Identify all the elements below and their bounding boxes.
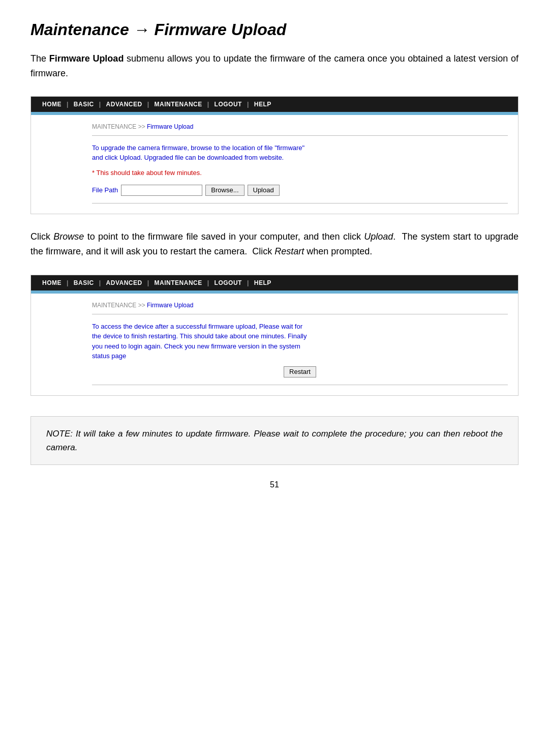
nav-sep-1: | bbox=[66, 101, 70, 108]
panel-1: HOME | BASIC | ADVANCED | MAINTENANCE | … bbox=[30, 96, 518, 214]
nav-item-basic[interactable]: BASIC bbox=[70, 101, 98, 108]
nav2-sep-2: | bbox=[98, 279, 102, 286]
nav-item-maintenance[interactable]: MAINTENANCE bbox=[150, 101, 206, 108]
panel-divider-2 bbox=[92, 314, 508, 314]
restart-word: Restart bbox=[274, 246, 304, 256]
nav2-sep-3: | bbox=[146, 279, 150, 286]
nav-sep-4: | bbox=[206, 101, 210, 108]
panel-1-info-line2: and click Upload. Upgraded file can be d… bbox=[92, 154, 284, 161]
intro-bold: Firmware Upload bbox=[49, 53, 124, 64]
nav2-sep-1: | bbox=[66, 279, 70, 286]
page-number: 51 bbox=[30, 480, 518, 489]
panel-divider-2b bbox=[92, 385, 508, 385]
breadcrumb-current-2: Firmware Upload bbox=[147, 302, 193, 309]
page-title: Maintenance → Firmware Upload bbox=[30, 20, 518, 39]
panel-2-info: To access the device after a successful … bbox=[92, 322, 508, 361]
nav2-item-basic[interactable]: BASIC bbox=[70, 279, 98, 286]
panel-1-content: MAINTENANCE >> Firmware Upload To upgrad… bbox=[31, 115, 518, 214]
intro-paragraph: The Firmware Upload submenu allows you t… bbox=[30, 51, 518, 81]
nav-sep-5: | bbox=[246, 101, 250, 108]
breadcrumb-parent-2: MAINTENANCE bbox=[92, 302, 136, 309]
nav2-sep-5: | bbox=[246, 279, 250, 286]
panel-1-note: * This should take about few minutes. bbox=[92, 169, 508, 177]
panel-divider-1b bbox=[92, 203, 508, 203]
nav-item-home[interactable]: HOME bbox=[38, 101, 66, 108]
nav2-item-home[interactable]: HOME bbox=[38, 279, 66, 286]
upload-button[interactable]: Upload bbox=[248, 185, 280, 196]
upload-word: Upload bbox=[364, 231, 393, 242]
nav-item-help[interactable]: HELP bbox=[250, 101, 276, 108]
nav-sep-2: | bbox=[98, 101, 102, 108]
panel-2-info-line3: you need to login again. Check you new f… bbox=[92, 342, 300, 350]
body-paragraph: Click Browse to point to the firmware fi… bbox=[30, 229, 518, 259]
panel-2-content: MAINTENANCE >> Firmware Upload To access… bbox=[31, 294, 518, 395]
panel-divider-1 bbox=[92, 135, 508, 136]
file-path-row: File Path Browse... Upload bbox=[92, 185, 508, 196]
panel-2-info-line1: To access the device after a successful … bbox=[92, 323, 302, 330]
panel-2-info-line2: the device to finish restarting. This sh… bbox=[92, 332, 307, 340]
breadcrumb-sep-1: >> bbox=[136, 123, 147, 130]
nav-bar-1: HOME | BASIC | ADVANCED | MAINTENANCE | … bbox=[31, 97, 518, 112]
breadcrumb-2: MAINTENANCE >> Firmware Upload bbox=[92, 302, 508, 309]
panel-2: HOME | BASIC | ADVANCED | MAINTENANCE | … bbox=[30, 275, 518, 396]
breadcrumb-parent-1: MAINTENANCE bbox=[92, 123, 136, 130]
file-path-input[interactable] bbox=[121, 185, 202, 196]
restart-btn-row: Restart bbox=[92, 366, 508, 377]
breadcrumb-current-1: Firmware Upload bbox=[147, 123, 193, 130]
breadcrumb-sep-2: >> bbox=[136, 302, 147, 309]
nav2-item-maintenance[interactable]: MAINTENANCE bbox=[150, 279, 206, 286]
nav2-item-help[interactable]: HELP bbox=[250, 279, 276, 286]
status-page-link[interactable]: status page bbox=[92, 352, 126, 360]
restart-button[interactable]: Restart bbox=[284, 366, 316, 377]
browse-button[interactable]: Browse... bbox=[205, 185, 244, 196]
nav-bar-2: HOME | BASIC | ADVANCED | MAINTENANCE | … bbox=[31, 275, 518, 290]
file-path-label: File Path bbox=[92, 186, 118, 194]
panel-1-info-line1: To upgrade the camera firmware, browse t… bbox=[92, 144, 304, 152]
nav-item-advanced[interactable]: ADVANCED bbox=[102, 101, 146, 108]
panel-1-info: To upgrade the camera firmware, browse t… bbox=[92, 143, 508, 163]
browse-word: Browse bbox=[53, 231, 84, 242]
nav2-sep-4: | bbox=[206, 279, 210, 286]
note-text: NOTE: It will take a few minutes to upda… bbox=[46, 427, 503, 454]
nav2-item-logout[interactable]: LOGOUT bbox=[210, 279, 246, 286]
nav-sep-3: | bbox=[146, 101, 150, 108]
breadcrumb-1: MAINTENANCE >> Firmware Upload bbox=[92, 123, 508, 130]
note-box: NOTE: It will take a few minutes to upda… bbox=[30, 416, 518, 465]
intro-text-before: The bbox=[30, 53, 49, 64]
nav2-item-advanced[interactable]: ADVANCED bbox=[102, 279, 146, 286]
nav-item-logout[interactable]: LOGOUT bbox=[210, 101, 246, 108]
